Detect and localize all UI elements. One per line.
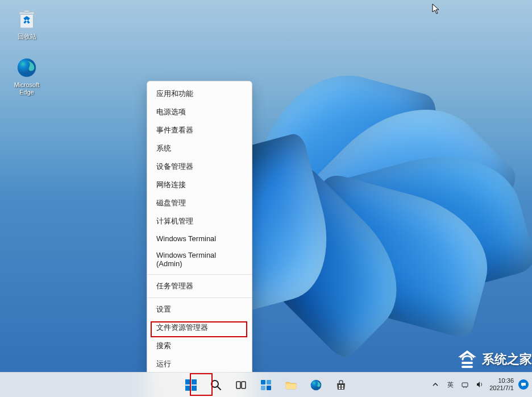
recycle-bin-icon[interactable]: 回收站 <box>7 6 47 43</box>
chat-icon <box>521 382 526 387</box>
svg-rect-16 <box>261 386 265 390</box>
folder-icon <box>285 379 297 391</box>
svg-rect-14 <box>261 380 265 384</box>
svg-line-11 <box>218 387 221 390</box>
svg-rect-0 <box>20 14 34 28</box>
store-button[interactable] <box>330 374 352 396</box>
task-view-icon <box>235 379 247 391</box>
watermark-text: 系统之家 <box>482 351 532 368</box>
svg-rect-24 <box>462 383 468 387</box>
menu-windows-terminal-admin[interactable]: Windows Terminal (Admin) <box>147 247 252 272</box>
volume-icon <box>476 381 484 388</box>
svg-rect-23 <box>342 387 343 389</box>
menu-divider <box>147 297 252 298</box>
network-icon <box>461 381 469 388</box>
mouse-cursor <box>432 3 441 17</box>
windows-logo-icon <box>185 379 197 391</box>
edge-icon <box>310 379 322 391</box>
menu-power-options[interactable]: 电源选项 <box>147 103 252 121</box>
taskbar: 英 10:36 2021/7/1 <box>0 372 532 397</box>
start-button[interactable] <box>180 374 202 396</box>
svg-point-10 <box>211 381 218 387</box>
tray-datetime[interactable]: 10:36 2021/7/1 <box>489 377 514 392</box>
edge-icon[interactable]: Microsoft Edge <box>7 54 47 98</box>
menu-task-manager[interactable]: 任务管理器 <box>147 277 252 295</box>
menu-device-manager[interactable]: 设备管理器 <box>147 158 252 176</box>
svg-rect-18 <box>286 384 296 389</box>
svg-rect-13 <box>242 382 246 388</box>
edge-taskbar-button[interactable] <box>305 374 327 396</box>
taskbar-center <box>180 374 352 396</box>
svg-rect-20 <box>339 385 340 387</box>
menu-computer-management[interactable]: 计算机管理 <box>147 212 252 230</box>
svg-rect-12 <box>236 382 240 388</box>
svg-rect-7 <box>192 379 197 384</box>
menu-disk-management[interactable]: 磁盘管理 <box>147 194 252 212</box>
file-explorer-button[interactable] <box>280 374 302 396</box>
menu-search[interactable]: 搜索 <box>147 337 252 355</box>
search-button[interactable] <box>205 374 227 396</box>
menu-run[interactable]: 运行 <box>147 355 252 373</box>
tray-notification-badge[interactable] <box>518 379 529 390</box>
svg-rect-22 <box>339 387 340 389</box>
svg-rect-15 <box>267 380 271 384</box>
tray-chevron-up[interactable] <box>430 379 440 390</box>
widgets-button[interactable] <box>255 374 277 396</box>
edge-label: Microsoft Edge <box>14 81 40 96</box>
menu-divider <box>147 274 252 275</box>
menu-windows-terminal[interactable]: Windows Terminal <box>147 230 252 247</box>
menu-apps-features[interactable]: 应用和功能 <box>147 85 252 103</box>
tray-ime[interactable]: 英 <box>445 379 455 390</box>
menu-settings[interactable]: 设置 <box>147 300 252 319</box>
svg-rect-2 <box>24 10 30 13</box>
watermark-house-icon <box>456 349 479 370</box>
winx-context-menu: 应用和功能 电源选项 事件查看器 系统 设备管理器 网络连接 磁盘管理 计算机管… <box>147 81 252 397</box>
svg-rect-5 <box>462 366 473 368</box>
watermark: 系统之家 <box>450 347 532 372</box>
svg-rect-9 <box>192 386 197 391</box>
menu-system[interactable]: 系统 <box>147 139 252 158</box>
tray-time: 10:36 <box>489 377 514 384</box>
tray-network[interactable] <box>460 379 470 390</box>
desktop-icons-area: 回收站 Microsoft Edge <box>7 6 47 99</box>
tray-date: 2021/7/1 <box>489 384 514 392</box>
svg-rect-21 <box>342 385 343 387</box>
svg-rect-17 <box>267 386 271 390</box>
widgets-icon <box>260 379 272 391</box>
tray-volume[interactable] <box>475 379 485 390</box>
svg-rect-4 <box>462 362 473 364</box>
menu-network-connections[interactable]: 网络连接 <box>147 176 252 194</box>
system-tray: 英 10:36 2021/7/1 <box>430 372 529 397</box>
store-icon <box>335 379 347 391</box>
menu-file-explorer[interactable]: 文件资源管理器 <box>147 319 252 337</box>
edge-glyph <box>16 57 38 78</box>
recycle-bin-glyph <box>16 9 38 30</box>
recycle-bin-label: 回收站 <box>18 33 36 40</box>
svg-rect-8 <box>185 386 190 391</box>
svg-rect-6 <box>185 379 190 384</box>
menu-event-viewer[interactable]: 事件查看器 <box>147 121 252 139</box>
search-icon <box>210 379 222 391</box>
task-view-button[interactable] <box>230 374 252 396</box>
chevron-up-icon <box>432 381 439 388</box>
